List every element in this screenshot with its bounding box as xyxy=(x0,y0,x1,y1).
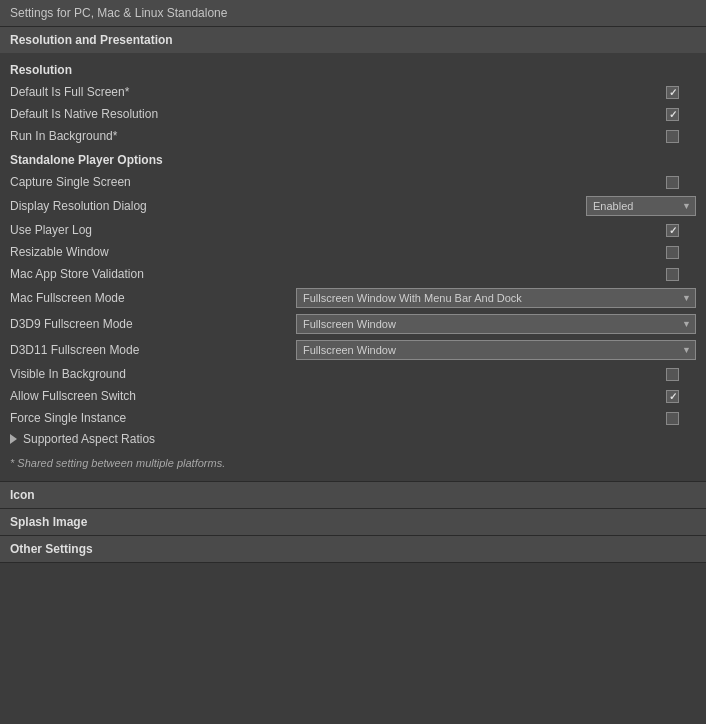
label-use-player-log: Use Player Log xyxy=(10,223,666,237)
title-text: Settings for PC, Mac & Linux Standalone xyxy=(10,6,227,20)
dropdown-wrapper-mac-fullscreen: Fullscreen Window With Menu Bar And Dock… xyxy=(296,288,696,308)
label-run-in-background: Run In Background* xyxy=(10,129,666,143)
control-resizable-window xyxy=(666,246,696,259)
row-capture-single-screen: Capture Single Screen xyxy=(0,171,706,193)
label-resizable-window: Resizable Window xyxy=(10,245,666,259)
control-use-player-log xyxy=(666,224,696,237)
checkbox-resizable-window[interactable] xyxy=(666,246,679,259)
section-header-splash-image[interactable]: Splash Image xyxy=(0,509,706,535)
select-d3d11-fullscreen-mode[interactable]: Fullscreen Window Exclusive Fullscreen xyxy=(296,340,696,360)
dropdown-wrapper-d3d11: Fullscreen Window Exclusive Fullscreen xyxy=(296,340,696,360)
control-visible-in-background xyxy=(666,368,696,381)
row-d3d9-fullscreen-mode: D3D9 Fullscreen Mode Fullscreen Window E… xyxy=(0,311,706,337)
subsection-title-resolution: Resolution xyxy=(0,57,706,81)
label-default-native-resolution: Default Is Native Resolution xyxy=(10,107,666,121)
settings-content: Resolution and Presentation Resolution D… xyxy=(0,27,706,563)
checkbox-capture-single-screen[interactable] xyxy=(666,176,679,189)
control-allow-fullscreen-switch xyxy=(666,390,696,403)
section-header-resolution-presentation[interactable]: Resolution and Presentation xyxy=(0,27,706,53)
section-resolution-presentation: Resolution and Presentation Resolution D… xyxy=(0,27,706,482)
dropdown-wrapper-d3d9: Fullscreen Window Exclusive Fullscreen xyxy=(296,314,696,334)
control-run-in-background xyxy=(666,130,696,143)
subsection-title-standalone: Standalone Player Options xyxy=(0,147,706,171)
shared-setting-note: * Shared setting between multiple platfo… xyxy=(0,449,706,477)
label-visible-in-background: Visible In Background xyxy=(10,367,666,381)
control-default-full-screen xyxy=(666,86,696,99)
section-content-resolution-presentation: Resolution Default Is Full Screen* Defau… xyxy=(0,53,706,481)
select-display-resolution-dialog[interactable]: Disabled Enabled Hidden By Default xyxy=(586,196,696,216)
label-mac-fullscreen-mode: Mac Fullscreen Mode xyxy=(10,291,296,305)
checkbox-force-single-instance[interactable] xyxy=(666,412,679,425)
control-display-resolution-dialog: Disabled Enabled Hidden By Default xyxy=(586,196,696,216)
label-d3d11-fullscreen-mode: D3D11 Fullscreen Mode xyxy=(10,343,296,357)
triangle-icon-aspect-ratios xyxy=(10,434,17,444)
row-mac-fullscreen-mode: Mac Fullscreen Mode Fullscreen Window Wi… xyxy=(0,285,706,311)
checkbox-visible-in-background[interactable] xyxy=(666,368,679,381)
row-display-resolution-dialog: Display Resolution Dialog Disabled Enabl… xyxy=(0,193,706,219)
row-mac-app-store-validation: Mac App Store Validation xyxy=(0,263,706,285)
row-default-full-screen: Default Is Full Screen* xyxy=(0,81,706,103)
row-force-single-instance: Force Single Instance xyxy=(0,407,706,429)
row-run-in-background: Run In Background* xyxy=(0,125,706,147)
label-supported-aspect-ratios: Supported Aspect Ratios xyxy=(23,432,155,446)
checkbox-mac-app-store-validation[interactable] xyxy=(666,268,679,281)
control-default-native-resolution xyxy=(666,108,696,121)
section-header-other-settings[interactable]: Other Settings xyxy=(0,536,706,562)
control-capture-single-screen xyxy=(666,176,696,189)
label-force-single-instance: Force Single Instance xyxy=(10,411,666,425)
label-capture-single-screen: Capture Single Screen xyxy=(10,175,666,189)
label-allow-fullscreen-switch: Allow Fullscreen Switch xyxy=(10,389,666,403)
control-d3d9-fullscreen-mode: Fullscreen Window Exclusive Fullscreen xyxy=(296,314,696,334)
control-d3d11-fullscreen-mode: Fullscreen Window Exclusive Fullscreen xyxy=(296,340,696,360)
row-use-player-log: Use Player Log xyxy=(0,219,706,241)
checkbox-default-full-screen[interactable] xyxy=(666,86,679,99)
title-bar: Settings for PC, Mac & Linux Standalone xyxy=(0,0,706,27)
label-display-resolution-dialog: Display Resolution Dialog xyxy=(10,199,586,213)
section-icon: Icon xyxy=(0,482,706,509)
select-d3d9-fullscreen-mode[interactable]: Fullscreen Window Exclusive Fullscreen xyxy=(296,314,696,334)
section-other-settings: Other Settings xyxy=(0,536,706,563)
section-splash-image: Splash Image xyxy=(0,509,706,536)
row-default-native-resolution: Default Is Native Resolution xyxy=(0,103,706,125)
label-default-full-screen: Default Is Full Screen* xyxy=(10,85,666,99)
control-mac-fullscreen-mode: Fullscreen Window With Menu Bar And Dock… xyxy=(296,288,696,308)
control-mac-app-store-validation xyxy=(666,268,696,281)
row-resizable-window: Resizable Window xyxy=(0,241,706,263)
section-header-icon[interactable]: Icon xyxy=(0,482,706,508)
dropdown-wrapper-display-resolution: Disabled Enabled Hidden By Default xyxy=(586,196,696,216)
checkbox-allow-fullscreen-switch[interactable] xyxy=(666,390,679,403)
select-mac-fullscreen-mode[interactable]: Fullscreen Window With Menu Bar And Dock… xyxy=(296,288,696,308)
control-force-single-instance xyxy=(666,412,696,425)
checkbox-run-in-background[interactable] xyxy=(666,130,679,143)
checkbox-default-native-resolution[interactable] xyxy=(666,108,679,121)
row-visible-in-background: Visible In Background xyxy=(0,363,706,385)
label-d3d9-fullscreen-mode: D3D9 Fullscreen Mode xyxy=(10,317,296,331)
row-supported-aspect-ratios[interactable]: Supported Aspect Ratios xyxy=(0,429,706,449)
label-mac-app-store-validation: Mac App Store Validation xyxy=(10,267,666,281)
row-allow-fullscreen-switch: Allow Fullscreen Switch xyxy=(0,385,706,407)
checkbox-use-player-log[interactable] xyxy=(666,224,679,237)
row-d3d11-fullscreen-mode: D3D11 Fullscreen Mode Fullscreen Window … xyxy=(0,337,706,363)
